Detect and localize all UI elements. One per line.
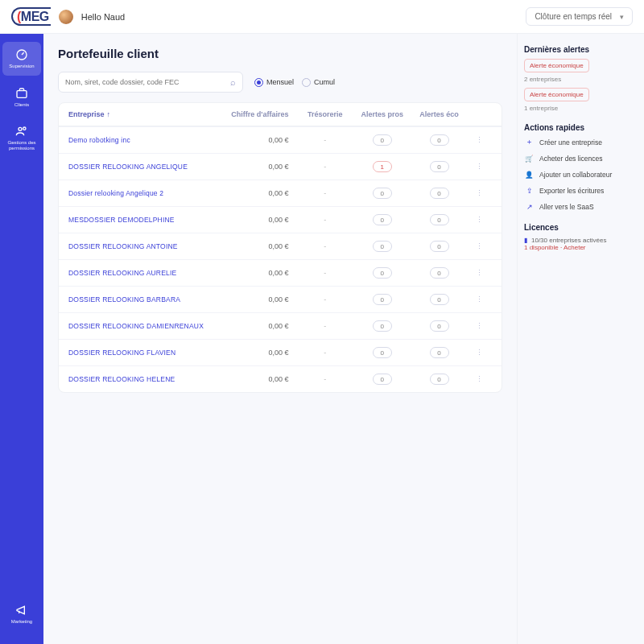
- col-label: Entreprise: [68, 110, 105, 118]
- alert-eco-pill[interactable]: 0: [430, 188, 449, 199]
- row-tresorerie: -: [296, 375, 353, 383]
- table-row[interactable]: DOSSIER RELOOKING AURELIE0,00 €-00⋮: [59, 259, 502, 286]
- sidebar-item-label: Supervision: [9, 64, 34, 69]
- row-chiffre: 0,00 €: [225, 163, 297, 171]
- row-more-icon[interactable]: ⋮: [468, 163, 492, 171]
- licences-section: Licences ▮ 10/30 entreprises activées 1 …: [524, 223, 636, 251]
- row-chiffre: 0,00 €: [225, 136, 297, 144]
- quick-action-label: Créer une entreprise: [539, 138, 602, 147]
- sidebar-item-supervision[interactable]: Supervision: [2, 42, 41, 76]
- alert-eco-pill[interactable]: 0: [430, 161, 449, 172]
- search-input-wrapper[interactable]: ⌕: [58, 72, 243, 93]
- quick-action-item[interactable]: 👤Ajouter un collaborateur: [524, 169, 636, 180]
- search-icon: ⌕: [230, 77, 236, 87]
- alert-sub: 2 entreprises: [524, 76, 636, 83]
- quick-action-item[interactable]: ↗Aller vers le SaaS: [524, 201, 636, 212]
- quick-actions-section: Actions rapides ＋Créer une entreprise🛒Ac…: [524, 123, 636, 212]
- quick-action-icon: 👤: [524, 169, 535, 180]
- alert-sub: 1 entreprise: [524, 105, 636, 112]
- row-more-icon[interactable]: ⋮: [468, 322, 492, 330]
- row-chiffre: 0,00 €: [225, 216, 297, 224]
- col-alertes-eco[interactable]: Alertes éco: [411, 110, 468, 118]
- row-more-icon[interactable]: ⋮: [468, 295, 492, 303]
- alert-eco-pill[interactable]: 0: [430, 347, 449, 358]
- row-name: DOSSIER RELOOKING BARBARA: [68, 295, 225, 303]
- alert-pros-pill[interactable]: 0: [373, 214, 392, 225]
- row-tresorerie: -: [296, 295, 353, 303]
- quick-action-item[interactable]: ＋Créer une entreprise: [524, 137, 636, 147]
- row-tresorerie: -: [296, 163, 353, 171]
- licences-buy-link[interactable]: 1 disponible · Acheter: [524, 244, 636, 251]
- table-header: Entreprise ↑ Chiffre d'affaires Trésorer…: [59, 103, 502, 126]
- table-row[interactable]: DOSSIER RELOOKING HELENE0,00 €-00⋮: [59, 365, 502, 392]
- row-name: MESDOSSIER DEMODELPHINE: [68, 216, 225, 224]
- sidebar-item-label: Marketing: [11, 619, 32, 625]
- quick-action-label: Ajouter un collaborateur: [539, 171, 612, 179]
- row-more-icon[interactable]: ⋮: [468, 269, 492, 277]
- row-tresorerie: -: [296, 322, 353, 330]
- alert-pros-pill[interactable]: 1: [373, 161, 392, 172]
- app-header: (MEG Hello Naud Clôture en temps réel ▾: [0, 0, 644, 34]
- alert-chip[interactable]: Alerte économique: [524, 88, 589, 101]
- col-entreprise[interactable]: Entreprise ↑: [68, 110, 225, 118]
- alert-pros-pill[interactable]: 0: [373, 188, 392, 199]
- row-more-icon[interactable]: ⋮: [468, 216, 492, 224]
- table-row[interactable]: Demo robotking inc0,00 €-00⋮: [59, 126, 502, 153]
- sidebar-item-permissions[interactable]: Gestions des permissions: [2, 118, 41, 157]
- row-more-icon[interactable]: ⋮: [468, 242, 492, 250]
- alert-pros-pill[interactable]: 0: [373, 241, 392, 252]
- table-row[interactable]: DOSSIER RELOOKING FLAVIEN0,00 €-00⋮: [59, 339, 502, 365]
- alert-pros-pill[interactable]: 0: [373, 294, 392, 305]
- row-tresorerie: -: [296, 242, 353, 250]
- radio-cumul[interactable]: Cumul: [302, 78, 335, 87]
- right-pane: Dernières alertes Alerte économique 2 en…: [517, 34, 644, 644]
- table-row[interactable]: Dossier relooking Angelique 20,00 €-00⋮: [59, 180, 502, 206]
- radio-mensuel[interactable]: Mensuel: [254, 78, 294, 87]
- alert-pros-pill[interactable]: 0: [373, 320, 392, 332]
- alert-eco-pill[interactable]: 0: [430, 320, 449, 332]
- row-name: Dossier relooking Angelique 2: [68, 189, 225, 197]
- main-content: Portefeuille client ⌕ Mensuel Cumul: [43, 34, 517, 644]
- row-more-icon[interactable]: ⋮: [468, 375, 492, 383]
- col-chiffre[interactable]: Chiffre d'affaires: [225, 110, 297, 118]
- search-input[interactable]: [65, 78, 225, 86]
- megaphone-icon: [15, 604, 28, 617]
- row-more-icon[interactable]: ⋮: [468, 349, 492, 357]
- row-chiffre: 0,00 €: [225, 349, 297, 357]
- period-dropdown[interactable]: Clôture en temps réel ▾: [526, 7, 633, 26]
- sidebar-item-clients[interactable]: Clients: [2, 80, 41, 114]
- quick-actions-title: Actions rapides: [524, 123, 636, 132]
- gauge-icon: [15, 48, 28, 61]
- radio-dot-icon: [254, 78, 263, 87]
- row-chiffre: 0,00 €: [225, 322, 297, 330]
- alert-pros-pill[interactable]: 0: [373, 347, 392, 358]
- alert-pros-pill[interactable]: 0: [373, 267, 392, 279]
- radio-dot-icon: [302, 78, 311, 87]
- alert-chip[interactable]: Alerte économique: [524, 59, 589, 72]
- table-row[interactable]: DOSSIER RELOOKING ANTOINE0,00 €-00⋮: [59, 233, 502, 259]
- sidebar-item-label: Clients: [14, 102, 29, 108]
- client-table: Entreprise ↑ Chiffre d'affaires Trésorer…: [58, 102, 502, 393]
- quick-action-item[interactable]: ⇪Exporter les écritures: [524, 185, 636, 196]
- col-tresorerie[interactable]: Trésorerie: [296, 110, 353, 118]
- table-row[interactable]: DOSSIER RELOOKING BARBARA0,00 €-00⋮: [59, 286, 502, 312]
- brand-logo: (MEG: [11, 10, 51, 24]
- avatar[interactable]: [59, 10, 73, 24]
- alert-eco-pill[interactable]: 0: [430, 214, 449, 225]
- table-row[interactable]: MESDOSSIER DEMODELPHINE0,00 €-00⋮: [59, 206, 502, 233]
- alert-eco-pill[interactable]: 0: [430, 134, 449, 146]
- row-name: DOSSIER RELOOKING DAMIENRENAUX: [68, 322, 225, 330]
- table-row[interactable]: DOSSIER RELOOKING DAMIENRENAUX0,00 €-00⋮: [59, 312, 502, 339]
- alert-eco-pill[interactable]: 0: [430, 294, 449, 305]
- alert-pros-pill[interactable]: 0: [373, 134, 392, 146]
- col-alertes-pros[interactable]: Alertes pros: [353, 110, 411, 118]
- quick-action-item[interactable]: 🛒Acheter des licences: [524, 153, 636, 163]
- alert-eco-pill[interactable]: 0: [430, 374, 449, 385]
- alert-pros-pill[interactable]: 0: [373, 374, 392, 385]
- table-row[interactable]: DOSSIER RELOOKING ANGELIQUE0,00 €-10⋮: [59, 153, 502, 180]
- row-more-icon[interactable]: ⋮: [468, 189, 492, 197]
- alert-eco-pill[interactable]: 0: [430, 267, 449, 279]
- sidebar-item-marketing[interactable]: Marketing: [2, 597, 41, 631]
- alert-eco-pill[interactable]: 0: [430, 241, 449, 252]
- row-more-icon[interactable]: ⋮: [468, 136, 492, 144]
